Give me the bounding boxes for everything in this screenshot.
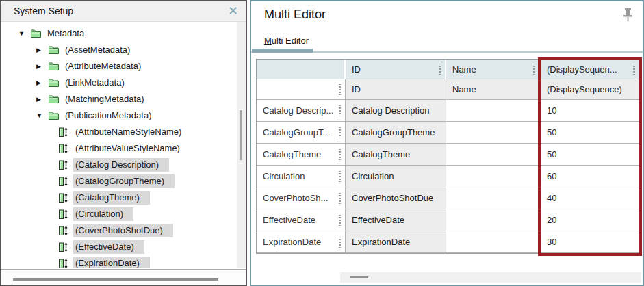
tree-item-catalogtheme[interactable]: (CatalogTheme) [1, 190, 237, 206]
tree-item-coverphotoshotdue[interactable]: (CoverPhotoShotDue) [1, 222, 237, 239]
displaysequence-cell[interactable]: 50 [541, 144, 639, 166]
column-grip-icon[interactable] [633, 64, 635, 75]
column-header-name[interactable]: Name [446, 60, 541, 79]
tree-item-assetmetadata[interactable]: ▶ (AssetMetadata) [1, 42, 237, 58]
expander-collapsed-icon[interactable]: ▶ [36, 79, 48, 86]
id-cell[interactable]: CoverPhotoShotDue [346, 187, 446, 209]
name-cell[interactable] [446, 209, 541, 231]
attribute-icon [58, 160, 70, 170]
tree-item-attributemetadata[interactable]: ▶ (AttributeMetadata) [1, 58, 237, 75]
tab-label-mnemonic: M [264, 36, 272, 46]
attribute-icon [58, 226, 70, 236]
row-grip-icon[interactable] [339, 171, 341, 182]
expander-collapsed-icon[interactable]: ▶ [36, 63, 48, 70]
tree-item-effectivedate[interactable]: (EffectiveDate) [1, 239, 237, 255]
row-grip-icon[interactable] [339, 149, 341, 160]
id-cell[interactable]: ExpirationDate [346, 231, 446, 253]
row-header-cell[interactable]: CoverPhotoSh... [257, 187, 346, 209]
displaysequence-cell[interactable]: 40 [541, 187, 639, 209]
name-cell[interactable] [446, 231, 541, 253]
attribute-icon [58, 144, 70, 154]
filter-cell-name[interactable]: Name [446, 79, 541, 100]
row-header-label: Catalog Descrip... [263, 105, 333, 116]
row-grip-icon[interactable] [339, 84, 341, 95]
displaysequence-cell[interactable]: 10 [541, 100, 639, 122]
row-grip-icon[interactable] [339, 215, 341, 226]
tree-item-matchingmetadata[interactable]: ▶ (MatchingMetadata) [1, 91, 237, 107]
tree-item-attributevaluestylename[interactable]: (AttributeValueStyleName) [1, 140, 237, 157]
filter-cell-rowheader[interactable] [257, 79, 346, 100]
expander-collapsed-icon[interactable]: ▶ [36, 96, 48, 103]
column-header-displaysequence[interactable]: (DisplaySequen... [541, 60, 639, 79]
tree-item-publicationmetadata[interactable]: ▼ (PublicationMetadata) [1, 107, 237, 124]
id-cell[interactable]: Catalog Description [346, 100, 446, 122]
tree-item-attributenamestylename[interactable]: (AttributeNameStyleName) [1, 124, 237, 140]
column-header-label: ID [352, 64, 361, 75]
displaysequence-cell[interactable]: 20 [541, 209, 639, 231]
expander-expanded-icon[interactable]: ▼ [18, 30, 30, 37]
horizontal-scrollbar-thumb[interactable] [13, 278, 218, 281]
row-grip-icon[interactable] [339, 193, 341, 204]
expander-collapsed-icon[interactable]: ▶ [36, 47, 48, 53]
id-cell[interactable]: Circulation [346, 166, 446, 187]
name-cell[interactable] [446, 166, 541, 187]
expander-expanded-icon[interactable]: ▼ [36, 112, 48, 119]
row-header-cell[interactable]: Circulation [257, 166, 346, 187]
id-cell[interactable]: CatalogGroupTheme [346, 122, 446, 144]
row-header-label: CoverPhotoSh... [263, 193, 328, 203]
name-cell[interactable] [446, 187, 541, 209]
id-cell[interactable]: EffectiveDate [346, 209, 446, 231]
tree-item-cataloggrouptheme[interactable]: (CatalogGroupTheme) [1, 173, 237, 190]
row-header-cell[interactable]: ExpirationDate [257, 231, 346, 253]
attribute-icon [58, 193, 70, 203]
row-header-cell[interactable]: CatalogGroupT... [257, 122, 346, 144]
tree-item-label: (CatalogTheme) [73, 191, 150, 205]
tree-item-label: (ExpirationDate) [73, 257, 150, 268]
folder-icon [48, 111, 60, 121]
cell-value: 50 [547, 149, 556, 159]
id-cell[interactable]: CatalogTheme [346, 144, 446, 166]
row-header-label: Circulation [263, 171, 305, 181]
column-header-label: Name [452, 64, 476, 75]
filter-cell-id[interactable]: ID [346, 79, 446, 100]
grid-horizontal-scrollbar-thumb[interactable] [350, 276, 368, 278]
folder-icon [30, 29, 42, 39]
cell-value: CatalogGroupTheme [352, 127, 435, 138]
column-grip-icon[interactable] [533, 64, 535, 75]
folder-icon [48, 62, 60, 72]
name-cell[interactable] [446, 122, 541, 144]
row-header-cell[interactable]: EffectiveDate [257, 209, 346, 231]
filter-cell-displaysequence[interactable]: (DisplaySequence) [541, 79, 639, 100]
column-grip-icon[interactable] [439, 64, 441, 75]
column-header-id[interactable]: ID [346, 60, 446, 79]
displaysequence-cell[interactable]: 50 [541, 122, 639, 144]
tab-multi-editor[interactable]: Multi Editor [264, 36, 309, 46]
row-grip-icon[interactable] [339, 105, 341, 116]
displaysequence-cell[interactable]: 60 [541, 166, 639, 187]
cell-value: CoverPhotoShotDue [352, 193, 433, 203]
system-setup-header: System Setup ✕ [1, 1, 246, 22]
tree-item-label: (Circulation) [73, 207, 133, 221]
tree-item-linkmetadata[interactable]: ▶ (LinkMetadata) [1, 75, 237, 91]
name-cell[interactable] [446, 144, 541, 166]
pin-icon[interactable] [622, 8, 634, 24]
tree-item-circulation[interactable]: (Circulation) [1, 206, 237, 222]
tree-item-catalog-description[interactable]: (Catalog Description) [1, 157, 237, 173]
row-grip-icon[interactable] [339, 237, 341, 248]
column-header-rowheader[interactable] [257, 60, 346, 79]
close-icon[interactable]: ✕ [228, 3, 238, 18]
tree-item-expirationdate[interactable]: (ExpirationDate) [1, 255, 237, 268]
cell-value: 60 [547, 171, 556, 181]
attribute-icon [58, 160, 70, 170]
row-grip-icon[interactable] [339, 127, 341, 138]
row-header-label: CatalogTheme [263, 149, 321, 159]
tree-item-metadata[interactable]: ▼ Metadata [1, 25, 237, 42]
name-cell[interactable] [446, 100, 541, 122]
folder-icon [30, 29, 42, 39]
row-header-cell[interactable]: CatalogTheme [257, 144, 346, 166]
attribute-icon [58, 177, 70, 187]
row-header-cell[interactable]: Catalog Descrip... [257, 100, 346, 122]
multi-editor-panel: Multi Editor Multi Editor ID [250, 0, 644, 286]
displaysequence-cell[interactable]: 30 [541, 231, 639, 253]
vertical-scrollbar-thumb[interactable] [240, 110, 242, 160]
